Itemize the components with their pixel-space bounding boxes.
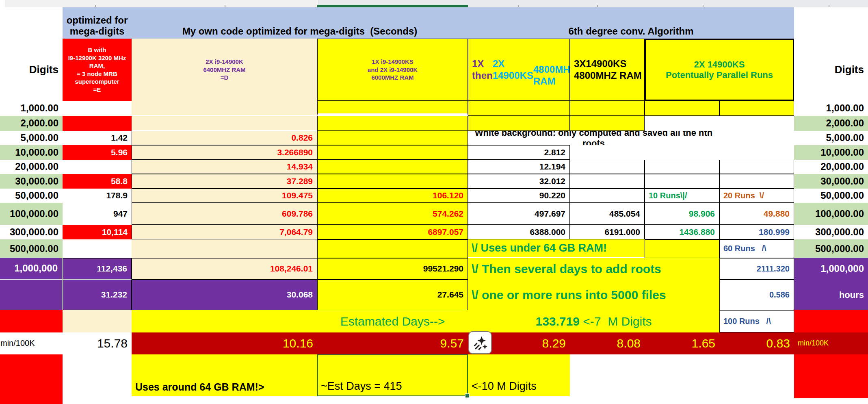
digits-right-50000[interactable]: 50,000.00 bbox=[794, 189, 868, 203]
digits-left-1000[interactable]: 1,000.00 bbox=[0, 101, 63, 116]
note-5000-files[interactable]: \/ one or more runs into 5000 files bbox=[468, 280, 719, 310]
digits-left-300000[interactable]: 300,000.00 bbox=[0, 225, 63, 239]
value-b-300000[interactable]: 10,114 bbox=[63, 225, 132, 239]
value-d-10000[interactable]: 3.266890 bbox=[132, 145, 317, 160]
cell-i-1000[interactable] bbox=[719, 101, 794, 116]
ratio-b[interactable]: 15.78 bbox=[63, 332, 132, 354]
cell-j-estdays[interactable] bbox=[794, 310, 868, 332]
value-f-50000[interactable]: 90.220 bbox=[468, 189, 570, 203]
label-estimated-days[interactable]: Estamated Days--> bbox=[317, 310, 468, 332]
digits-left-1000000[interactable]: 1,000,000 bbox=[0, 258, 63, 280]
cell-h-20000[interactable] bbox=[645, 160, 719, 174]
value-d-hours[interactable]: 30.068 bbox=[132, 280, 317, 310]
digits-left-100000[interactable]: 100,000.00 bbox=[0, 203, 63, 225]
value-e-100000[interactable]: 574.262 bbox=[317, 203, 468, 225]
value-h-300000[interactable]: 1436.880 bbox=[645, 225, 719, 239]
value-e-300000[interactable]: 6897.057 bbox=[317, 225, 468, 239]
cell-d-estdays[interactable] bbox=[132, 310, 317, 332]
digits-right-5000[interactable]: 5,000.00 bbox=[794, 131, 868, 145]
cell-e-30000[interactable] bbox=[317, 174, 468, 189]
header-3x-14900ks[interactable]: 3X14900KS 4800MHZ RAM bbox=[570, 39, 645, 101]
label-min-100k-right[interactable]: min/100K bbox=[794, 332, 868, 354]
cell-i-20000[interactable] bbox=[719, 160, 794, 174]
value-b-100000[interactable]: 947 bbox=[63, 203, 132, 225]
value-e-1000000[interactable]: 99521.290 bbox=[317, 258, 468, 280]
header-machine-d[interactable]: 2X i9-14900K 6400MHZ RAM =D bbox=[132, 39, 317, 101]
value-est-days-415[interactable]: ~Est Days = 415 bbox=[317, 354, 468, 396]
value-b-10000[interactable]: 5.96 bbox=[63, 145, 132, 160]
ratio-e[interactable]: 9.57 bbox=[317, 332, 468, 354]
cell-g-1000[interactable] bbox=[570, 101, 645, 116]
cell-d-1000[interactable] bbox=[132, 101, 317, 116]
cell-e-1000[interactable] bbox=[317, 101, 468, 116]
cell-e-10000[interactable] bbox=[317, 145, 468, 160]
digits-left-50000[interactable]: 50,000.00 bbox=[0, 189, 63, 203]
header-machine-6000mhz[interactable]: 1X i9-14900KS and 2X i9-14900K 6000MHZ R… bbox=[317, 39, 468, 101]
cell-f-2000[interactable] bbox=[468, 116, 570, 131]
value-i-100000[interactable]: 49.880 bbox=[719, 203, 794, 225]
value-f-20000[interactable]: 12.194 bbox=[468, 160, 570, 174]
cell-d-500000[interactable] bbox=[132, 239, 317, 258]
value-e-hours[interactable]: 27.645 bbox=[317, 280, 468, 310]
header-parallel-runs[interactable]: 2X 14900KS Potentually Parallel Runs bbox=[645, 39, 794, 101]
note-white-background[interactable]: White background: only computed and save… bbox=[468, 131, 719, 145]
label-60-runs[interactable]: 60 Runs /\ bbox=[719, 239, 794, 258]
cell-a-estdays[interactable] bbox=[0, 310, 63, 332]
fill-handle[interactable] bbox=[465, 393, 470, 398]
digits-left-5000[interactable]: 5,000.00 bbox=[0, 131, 63, 145]
ratio-d[interactable]: 10.16 bbox=[132, 332, 317, 354]
value-d-20000[interactable]: 14.934 bbox=[132, 160, 317, 174]
cell-b-estdays[interactable] bbox=[63, 310, 132, 332]
value-b-1000000[interactable]: 112,436 bbox=[63, 258, 132, 280]
value-f-30000[interactable]: 32.012 bbox=[468, 174, 570, 189]
value-i-hours[interactable]: 0.586 bbox=[719, 280, 794, 310]
value-f-300000[interactable]: 6388.000 bbox=[468, 225, 570, 239]
cell-g-20000[interactable] bbox=[570, 160, 645, 174]
cell-b-2000[interactable] bbox=[63, 116, 132, 131]
value-f-10000[interactable]: 2.812 bbox=[468, 145, 570, 160]
label-hours[interactable]: hours bbox=[794, 280, 868, 310]
value-d-300000[interactable]: 7,064.79 bbox=[132, 225, 317, 239]
cell-i-30000[interactable] bbox=[719, 174, 794, 189]
digits-header-left[interactable]: Digits bbox=[0, 39, 63, 101]
digits-right-500000[interactable]: 500,000.00 bbox=[794, 239, 868, 258]
digits-right-20000[interactable]: 20,000.00 bbox=[794, 160, 868, 174]
cell-h-1000[interactable] bbox=[645, 101, 719, 116]
cell-g-50000[interactable] bbox=[570, 189, 645, 203]
cell-j-bottom[interactable] bbox=[794, 354, 868, 398]
value-d-5000[interactable]: 0.826 bbox=[132, 131, 317, 145]
digits-right-300000[interactable]: 300,000.00 bbox=[794, 225, 868, 239]
value-e-50000[interactable]: 106.120 bbox=[317, 189, 468, 203]
digits-right-30000[interactable]: 30,000.00 bbox=[794, 174, 868, 189]
note-several-days[interactable]: \/ Then several days to add roots bbox=[468, 258, 719, 280]
value-i-1000000[interactable]: 2111.320 bbox=[719, 258, 794, 280]
value-d-50000[interactable]: 109.475 bbox=[132, 189, 317, 203]
cell-e-5000[interactable] bbox=[317, 131, 468, 145]
value-i-300000[interactable]: 180.999 bbox=[719, 225, 794, 239]
value-g-100000[interactable]: 485.054 bbox=[570, 203, 645, 225]
digits-left-30000[interactable]: 30,000.00 bbox=[0, 174, 63, 189]
label-20-runs[interactable]: 20 Runs \/ bbox=[719, 189, 794, 203]
quick-analysis-button[interactable] bbox=[468, 331, 492, 354]
note-around-64gb[interactable]: Uses around 64 GB RAM!> bbox=[132, 354, 317, 396]
label-100-runs[interactable]: 100 Runs /\ bbox=[719, 310, 794, 332]
cell-g-2000[interactable] bbox=[570, 116, 645, 131]
cell-a-bottom[interactable] bbox=[0, 354, 63, 404]
value-d-30000[interactable]: 37.289 bbox=[132, 174, 317, 189]
digits-right-2000[interactable]: 2,000.00 bbox=[794, 116, 868, 131]
digits-right-10000[interactable]: 10,000.00 bbox=[794, 145, 868, 160]
value-g-300000[interactable]: 6191.000 bbox=[570, 225, 645, 239]
digits-left-500000[interactable]: 500,000.00 bbox=[0, 239, 63, 258]
cell-e-2000[interactable] bbox=[317, 116, 468, 131]
digits-left-20000[interactable]: 20,000.00 bbox=[0, 160, 63, 174]
value-d-100000[interactable]: 609.786 bbox=[132, 203, 317, 225]
cell-e-20000[interactable] bbox=[317, 160, 468, 174]
cell-h-30000[interactable] bbox=[645, 174, 719, 189]
value-b-50000[interactable]: 178.9 bbox=[63, 189, 132, 203]
cell-e-500000[interactable] bbox=[317, 239, 468, 258]
value-b-hours[interactable]: 31.232 bbox=[63, 280, 132, 310]
digits-right-1000[interactable]: 1,000.00 bbox=[794, 101, 868, 116]
value-estimated-days-7m[interactable]: 133.719 <-7 M Digits bbox=[468, 310, 719, 332]
label-10m-digits[interactable]: <-10 M Digits bbox=[468, 354, 570, 396]
note-under-64gb[interactable]: \/ Uses under 64 GB RAM! bbox=[468, 239, 645, 258]
